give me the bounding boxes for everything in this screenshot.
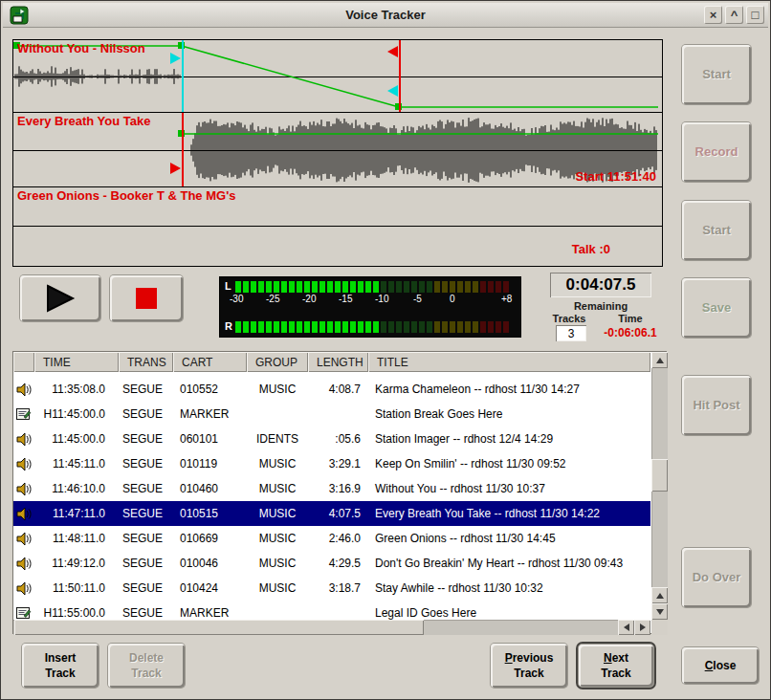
maximize-icon[interactable]: □ bbox=[746, 6, 764, 24]
track-start-marker[interactable] bbox=[182, 113, 184, 186]
track-editor: Without You - Nilsson Every Breath You T… bbox=[12, 39, 663, 267]
log-cell-group: MUSIC bbox=[247, 532, 308, 545]
scroll-up-button[interactable] bbox=[651, 352, 668, 368]
meter-segment bbox=[450, 321, 455, 333]
start-1-button[interactable]: Start bbox=[682, 45, 751, 104]
previous-track-button[interactable]: Previous Track bbox=[491, 644, 567, 688]
scroll-right-button[interactable] bbox=[634, 620, 650, 635]
segue-start-marker[interactable] bbox=[182, 40, 184, 112]
header-trans[interactable]: TRANS bbox=[119, 352, 173, 372]
meter-segment bbox=[335, 321, 341, 333]
log-cell-trans: SEGUE bbox=[119, 532, 173, 545]
titlebar[interactable]: Voice Tracker × ^ □ bbox=[3, 3, 768, 28]
hit-post-button[interactable]: Hit Post bbox=[682, 376, 751, 435]
speaker-icon bbox=[13, 482, 34, 496]
close-button[interactable]: Close bbox=[682, 647, 759, 684]
log-cell-time: 11:35:08.0 bbox=[34, 383, 119, 396]
log-cell-trans: SEGUE bbox=[119, 457, 173, 470]
remaining-tracks-label: Tracks bbox=[542, 313, 596, 324]
header-group[interactable]: GROUP bbox=[247, 352, 308, 372]
next-track-button[interactable]: Next Track bbox=[579, 645, 653, 687]
log-row[interactable]: H11:45:00.0SEGUEMARKERStation Break Goes… bbox=[13, 402, 650, 427]
meter-segment bbox=[465, 321, 471, 333]
scroll-left-button[interactable] bbox=[618, 620, 634, 635]
stop-button[interactable] bbox=[110, 275, 183, 321]
log-cell-time: 11:45:11.0 bbox=[34, 457, 119, 470]
meter-segment bbox=[266, 281, 272, 293]
vertical-scrollbar[interactable] bbox=[651, 352, 668, 620]
scroll-up-button[interactable] bbox=[651, 587, 668, 603]
meter-segment bbox=[480, 321, 486, 333]
log-row[interactable]: 11:47:11.0SEGUE010515MUSIC4:07.5Every Br… bbox=[13, 501, 650, 526]
talk-time: Talk :0 bbox=[572, 242, 610, 256]
log-row[interactable]: 11:45:00.0SEGUE060101IDENTS:05.6Station … bbox=[13, 427, 650, 451]
log-row[interactable]: 11:45:11.0SEGUE010119MUSIC3:29.1Keep On … bbox=[13, 451, 650, 476]
shade-icon[interactable]: ^ bbox=[725, 6, 743, 24]
log-cell-time: 11:48:11.0 bbox=[34, 532, 119, 545]
horizontal-scroll-thumb[interactable] bbox=[14, 620, 424, 635]
meter-segment bbox=[434, 321, 440, 333]
meter-segment bbox=[388, 321, 394, 333]
play-button[interactable] bbox=[20, 275, 100, 321]
log-cell-title: Keep On Smilin' -- rdhost 11/30 09:52 bbox=[368, 457, 650, 470]
meter-segment bbox=[411, 321, 417, 333]
vertical-scroll-thumb[interactable] bbox=[651, 459, 668, 492]
scroll-down-button[interactable] bbox=[651, 603, 668, 620]
meter-segment bbox=[388, 281, 394, 293]
log-cell-trans: SEGUE bbox=[119, 557, 173, 570]
track-panel-1[interactable]: Without You - Nilsson bbox=[13, 40, 662, 113]
time-display: 0:04:07.5 bbox=[550, 273, 651, 297]
track-panel-2[interactable]: Every Breath You Take Start 11:51:40 bbox=[13, 113, 662, 187]
log-cell-group: IDENTS bbox=[247, 432, 308, 446]
header-title[interactable]: TITLE bbox=[368, 352, 650, 372]
log-cell-title: Stay Awhile -- rdhost 11/30 10:32 bbox=[368, 581, 650, 595]
meter-segment bbox=[312, 281, 318, 293]
meter-segment bbox=[488, 321, 494, 333]
start-2-button[interactable]: Start bbox=[682, 201, 751, 260]
segue-end-marker[interactable] bbox=[399, 40, 401, 112]
log-cell-title: Station Imager -- rdhost 12/4 14:29 bbox=[368, 432, 650, 446]
meter-segment bbox=[297, 321, 302, 333]
log-row[interactable]: 11:35:08.0SEGUE010552MUSIC4:08.7Karma Ch… bbox=[13, 377, 650, 402]
save-button[interactable]: Save bbox=[682, 278, 751, 338]
track-panel-3[interactable]: Green Onions - Booker T & The MG's Talk … bbox=[13, 187, 662, 264]
meter-scale-label: -30 bbox=[230, 294, 243, 304]
meter-segment bbox=[465, 281, 471, 293]
log-row[interactable]: 11:48:11.0SEGUE010669MUSIC2:46.0Green On… bbox=[13, 526, 650, 551]
record-button[interactable]: Record bbox=[682, 122, 751, 182]
meter-segment bbox=[503, 281, 509, 293]
log-row[interactable]: 11:46:10.0SEGUE010460MUSIC3:16.9Without … bbox=[13, 476, 650, 501]
log-cell-time: H11:55:00.0 bbox=[34, 606, 119, 620]
horizontal-scrollbar[interactable] bbox=[13, 620, 650, 635]
cyan-marker-handle-icon[interactable] bbox=[170, 53, 181, 64]
meter-segment bbox=[350, 281, 356, 293]
header-length[interactable]: LENGTH bbox=[308, 352, 368, 372]
meter-segment bbox=[319, 321, 325, 333]
cyan-marker-handle-icon[interactable] bbox=[387, 85, 398, 97]
red-marker-handle-icon[interactable] bbox=[387, 46, 398, 57]
header-time[interactable]: TIME bbox=[34, 352, 119, 372]
header-icon-column[interactable] bbox=[13, 352, 34, 372]
meter-segment bbox=[251, 281, 256, 293]
meter-segment bbox=[427, 321, 432, 333]
log-cell-time: H11:45:00.0 bbox=[34, 407, 119, 421]
log-cell-title: Every Breath You Take -- rdhost 11/30 14… bbox=[368, 507, 650, 520]
meter-segment bbox=[358, 321, 363, 333]
log-cell-cart: 060101 bbox=[173, 432, 247, 446]
stop-icon bbox=[136, 288, 157, 309]
delete-track-button[interactable]: Delete Track bbox=[108, 644, 185, 688]
insert-track-button[interactable]: Insert Track bbox=[22, 644, 99, 688]
do-over-button[interactable]: Do Over bbox=[682, 548, 751, 607]
close-icon[interactable]: × bbox=[704, 6, 722, 24]
log-row[interactable]: 11:49:12.0SEGUE010046MUSIC4:29.5Don't Go… bbox=[13, 551, 650, 576]
meter-segment bbox=[381, 321, 386, 333]
log-row[interactable]: 11:50:11.0SEGUE010424MUSIC3:18.7Stay Awh… bbox=[13, 576, 650, 601]
red-marker-handle-icon[interactable] bbox=[170, 163, 181, 174]
meter-segment bbox=[473, 321, 478, 333]
log-cell-group: MUSIC bbox=[247, 383, 308, 396]
meter-segment bbox=[327, 321, 333, 333]
meter-segment bbox=[342, 321, 348, 333]
log-row[interactable]: H11:55:00.0SEGUEMARKERLegal ID Goes Here bbox=[13, 601, 650, 620]
header-cart[interactable]: CART bbox=[173, 352, 247, 372]
meter-row-right: R bbox=[220, 321, 520, 333]
